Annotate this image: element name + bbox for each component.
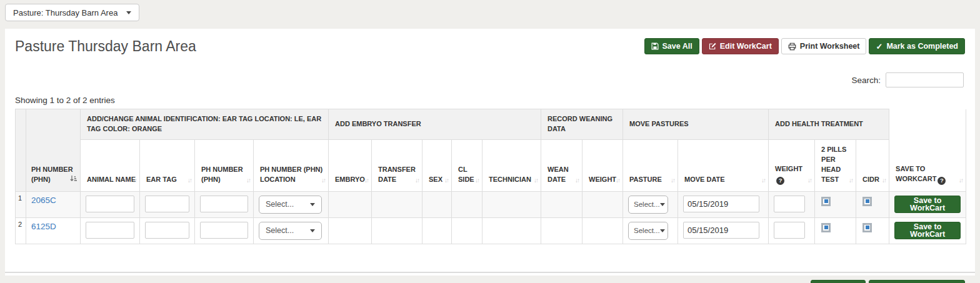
save-to-workcart-button[interactable]: Save to WorkCart [894, 222, 961, 239]
group-header-health: ADD HEALTH TREATMENT [769, 109, 889, 140]
column-header-animal-name[interactable]: ANIMAL NAME↓↑ [81, 139, 140, 191]
sort-icon: ↓↑ [132, 176, 136, 186]
column-header-save-to-workcart[interactable]: SAVE TO WORKCART? ↓↑ [889, 109, 966, 192]
weight-cell [582, 217, 623, 244]
mark-completed-button[interactable]: ✓ Mark as Completed [869, 38, 965, 54]
column-header-transfer-date[interactable]: TRANSFER DATE↓↑ [372, 139, 422, 191]
transfer-date-cell [372, 191, 422, 217]
phn-link[interactable]: 6125D [31, 222, 56, 231]
pasture-select[interactable]: Select... [628, 222, 668, 240]
sort-icon: ↓↑ [808, 176, 811, 186]
footer-actions: Save All ✓ Mark as Completed [5, 273, 975, 283]
group-header-pastures: MOVE PASTURES [623, 109, 769, 140]
sort-icon: ↓↑ [534, 176, 538, 186]
cidr-checkbox[interactable] [862, 223, 872, 232]
group-header-weaning: RECORD WEANING DATA [541, 109, 623, 140]
pasture-selector-dropdown[interactable]: Pasture: Thursday Barn Area [5, 4, 139, 21]
showing-entries-text: Showing 1 to 2 of 2 entries [5, 87, 975, 109]
footer-mark-completed-button[interactable]: ✓ Mark as Completed [869, 280, 965, 283]
pills-test-checkbox[interactable] [821, 197, 831, 206]
ph-number-input[interactable] [200, 196, 248, 212]
move-date-input[interactable] [683, 222, 759, 239]
pasture-selector-label: Pasture: Thursday Barn Area [13, 8, 118, 17]
sort-icon: ↓↑ [671, 176, 674, 186]
column-header-weight-2[interactable]: WEIGHT ?↓↑ [769, 139, 815, 191]
wean-date-cell [541, 217, 582, 244]
wean-date-cell [541, 191, 582, 217]
column-header-embryo[interactable]: EMBRYO↓↑ [329, 139, 372, 191]
search-bar: Search: [5, 55, 975, 87]
weight-input[interactable] [774, 222, 805, 239]
worksheet-panel: Pasture Thursday Barn Area Save All Edit… [5, 29, 975, 276]
search-label: Search: [851, 76, 881, 85]
ph-number-input[interactable] [200, 222, 248, 239]
search-input[interactable] [886, 72, 964, 87]
header-actions: Save All Edit WorkCart Print Worksheet ✓… [644, 38, 965, 54]
column-header-ear-tag[interactable]: EAR TAG↓↑ [140, 139, 195, 191]
save-all-button[interactable]: Save All [644, 38, 699, 54]
animal-name-input[interactable] [86, 196, 134, 212]
column-header-weight[interactable]: WEIGHT↓↑ [582, 139, 623, 191]
print-icon [788, 42, 796, 51]
column-header-sex[interactable]: SEX↓↑ [422, 139, 452, 191]
question-circle-icon[interactable]: ? [776, 177, 784, 185]
column-header-cidr[interactable]: CIDR↓↑ [856, 139, 889, 191]
sort-icon: ↓↑ [188, 176, 191, 186]
sort-icon: ↓↑ [415, 176, 419, 186]
sex-cell [422, 217, 452, 244]
sex-cell [422, 191, 452, 217]
sort-icon: ↓↑ [321, 176, 325, 186]
ear-tag-input[interactable] [145, 222, 189, 239]
phn-location-select[interactable]: Select... [259, 196, 322, 214]
sort-icon: ↓↑ [475, 176, 479, 186]
column-header-pills-test[interactable]: 2 PILLS PER HEAD TEST↓↑ [815, 139, 856, 191]
save-to-workcart-button[interactable]: Save to WorkCart [894, 196, 961, 213]
group-header-identification: ADD/CHANGE ANIMAL IDENTIFICATION: EAR TA… [81, 109, 329, 140]
column-header-technician[interactable]: TECHNICIAN↓↑ [482, 139, 541, 191]
transfer-date-cell [372, 217, 422, 244]
edit-icon [709, 42, 716, 50]
phn-location-select[interactable]: Select... [259, 222, 322, 240]
embryo-cell [329, 191, 372, 217]
chevron-down-icon [310, 203, 315, 206]
question-circle-icon[interactable]: ? [938, 177, 946, 185]
animal-name-input[interactable] [86, 222, 134, 239]
weight-input[interactable] [774, 196, 805, 212]
weight-cell [582, 191, 623, 217]
panel-header: Pasture Thursday Barn Area Save All Edit… [5, 29, 975, 55]
column-header-row: ANIMAL NAME↓↑ EAR TAG↓↑ PH NUMBER (PHN)↓… [16, 139, 966, 191]
column-header-pasture[interactable]: PASTURE↓↑ [623, 139, 678, 191]
sort-icon: ↓↑ [616, 176, 619, 186]
phn-link[interactable]: 2065C [31, 196, 56, 205]
edit-workcart-button[interactable]: Edit WorkCart [702, 38, 779, 54]
sort-icon: ↓↑ [444, 176, 448, 186]
column-header-wean-date[interactable]: WEAN DATE↓↑ [541, 139, 582, 191]
row-index: 2 [16, 217, 26, 244]
sort-icon: ↓↑ [246, 176, 250, 186]
column-header-ph-number[interactable]: PH NUMBER (PHN) [26, 109, 81, 192]
table-row: 1 2065C Select... Select... Save to Work… [16, 191, 966, 217]
technician-cell [482, 191, 541, 217]
page-title: Pasture Thursday Barn Area [15, 38, 196, 55]
print-worksheet-button[interactable]: Print Worksheet [781, 38, 867, 54]
footer-save-all-button[interactable]: Save All [811, 280, 866, 283]
ear-tag-input[interactable] [145, 196, 189, 212]
column-header-phn-location[interactable]: PH NUMBER (PHN) LOCATION↓↑ [254, 139, 329, 191]
save-icon [651, 42, 659, 50]
column-header-move-date[interactable]: MOVE DATE↓↑ [678, 139, 769, 191]
column-header-cl-side[interactable]: CL SIDE↓↑ [452, 139, 482, 191]
sort-icon: ↓↑ [959, 176, 962, 186]
worksheet-table: PH NUMBER (PHN) ADD/CHANGE ANIMAL IDENTI… [15, 109, 966, 244]
column-header-ph-number-2[interactable]: PH NUMBER (PHN)↓↑ [195, 139, 254, 191]
chevron-down-icon [660, 203, 665, 206]
pasture-select[interactable]: Select... [628, 196, 668, 214]
sort-asc-icon [70, 175, 77, 186]
check-icon: ✓ [876, 42, 882, 51]
chevron-down-icon [310, 229, 315, 232]
move-date-input[interactable] [683, 196, 759, 212]
cidr-checkbox[interactable] [862, 197, 872, 206]
cl-side-cell [452, 217, 482, 244]
pills-test-checkbox[interactable] [821, 223, 831, 232]
sort-icon: ↓↑ [849, 176, 852, 186]
sort-icon: ↓↑ [761, 176, 765, 186]
